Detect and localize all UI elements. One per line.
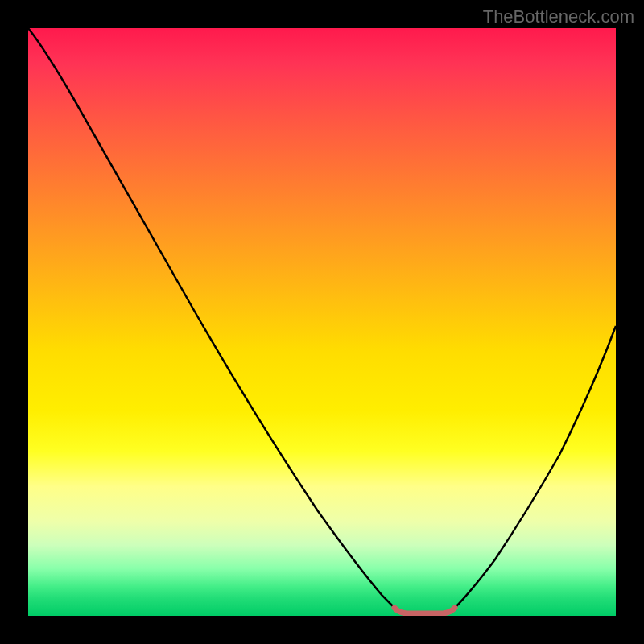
bottleneck-curve-left [28,28,394,608]
watermark-text: TheBottleneck.com [483,6,634,27]
curve-overlay [28,28,616,616]
minimum-marker [394,608,455,613]
bottleneck-curve-right [455,326,616,608]
chart-area [28,28,616,616]
